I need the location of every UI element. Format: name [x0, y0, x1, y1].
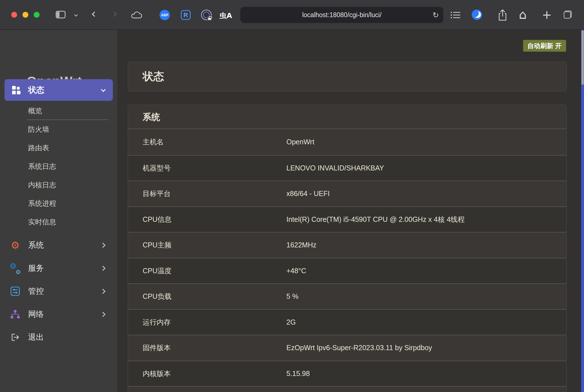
table-row: 内核版本 5.15.98 [128, 361, 566, 386]
section-title: 系统 [128, 105, 566, 129]
row-value: Intel(R) Core(TM) i5-4590T CPU @ 2.00GHz… [286, 215, 566, 224]
row-value: OpenWrt [286, 138, 566, 146]
row-label: 主机名 [128, 137, 286, 147]
submenu-item-firewall[interactable]: 防火墙 [27, 120, 108, 138]
privacy-extension-icon[interactable] [201, 10, 212, 20]
row-label: CPU负载 [128, 292, 286, 301]
gear-icon: ⚙ [10, 240, 21, 251]
row-label: 机器型号 [128, 163, 286, 173]
table-row: CPU主频 1622MHz [128, 232, 566, 258]
translate-extension-icon[interactable]: 虫A [220, 11, 232, 20]
row-label: CPU温度 [128, 266, 286, 275]
submenu-item-system-log[interactable]: 系统日志 [27, 157, 108, 176]
table-row: 目标平台 x86/64 - UEFI [128, 181, 566, 206]
r-badge: R [181, 10, 191, 20]
zoom-window-button[interactable] [34, 12, 40, 18]
row-label: 目标平台 [128, 189, 286, 198]
tab-overview-button[interactable] [564, 11, 572, 19]
row-label: CPU信息 [128, 215, 286, 224]
sidebar-groups: ⚙ 系统 ⚙⚙ 服务 [0, 234, 117, 349]
network-icon [10, 309, 21, 320]
table-row: CPU温度 +48°C [128, 258, 566, 284]
row-value: LENOVO INVALID/SHARKBAY [286, 164, 566, 172]
back-button[interactable] [93, 12, 96, 16]
system-table: 主机名 OpenWrt 机器型号 LENOVO INVALID/SHARKBAY… [128, 129, 566, 392]
row-label: 固件版本 [128, 343, 286, 352]
chevron-right-icon [100, 289, 105, 294]
system-card: 系统 主机名 OpenWrt 机器型号 LENOVO INVALID/SHARK… [128, 105, 567, 392]
minimize-window-button[interactable] [22, 12, 28, 18]
submenu-item-kernel-log[interactable]: 内核日志 [27, 176, 108, 194]
sliders-icon [10, 286, 21, 297]
browser-toolbar: ABP R 虫A localhost:18080/cgi-bin/luci/ ↻ [0, 0, 584, 30]
sidebar-item-control[interactable]: 管控 [0, 280, 117, 303]
table-row: 主机名 OpenWrt [128, 129, 566, 155]
share-button[interactable] [498, 9, 508, 21]
row-value: 1622MHz [286, 241, 566, 249]
logout-icon [10, 332, 21, 343]
sidebar-item-system[interactable]: ⚙ 系统 [0, 234, 117, 257]
r-extension-icon[interactable]: R [181, 10, 191, 20]
page-title-card: 状态 [128, 62, 567, 91]
row-value: 2G [286, 318, 566, 326]
icloud-tabs-icon[interactable] [131, 11, 143, 19]
dark-mode-extension-icon[interactable] [472, 10, 482, 20]
close-window-button[interactable] [11, 12, 17, 18]
table-row: 机器型号 LENOVO INVALID/SHARKBAY [128, 155, 566, 181]
adblock-extension-icon[interactable]: ABP [159, 10, 170, 20]
table-row: CPU信息 Intel(R) Core(TM) i5-4590T CPU @ 2… [128, 206, 566, 232]
padlock-icon [207, 16, 212, 20]
row-value: EzOpWrt Ipv6-Super-R2023.03.11 by Sirpdb… [286, 344, 566, 352]
home-button[interactable]: ⌂ [519, 7, 527, 22]
submenu-item-routes[interactable]: 路由表 [27, 138, 108, 157]
chevron-right-icon [100, 312, 105, 317]
sidebar-item-label: 状态 [28, 85, 44, 96]
submenu-item-processes[interactable]: 系统进程 [27, 194, 108, 213]
safari-window: ABP R 虫A localhost:18080/cgi-bin/luci/ ↻ [0, 0, 584, 392]
new-tab-button[interactable]: + [542, 8, 552, 22]
table-row-partial [128, 386, 566, 392]
main-content: 自动刷新 开 状态 系统 主机名 OpenWrt 机器型号 LENOVO INV… [117, 30, 584, 392]
moon-icon [472, 10, 482, 20]
row-label: CPU主频 [128, 240, 286, 250]
status-submenu: 概览 防火墙 路由表 系统日志 内核日志 系统进程 实时信息 [0, 101, 117, 231]
submenu-item-realtime[interactable]: 实时信息 [27, 213, 108, 231]
row-value: 5.15.98 [286, 370, 566, 378]
chevron-right-icon [100, 266, 105, 271]
adblock-badge: ABP [159, 10, 170, 20]
sidebar-item-services[interactable]: ⚙⚙ 服务 [0, 257, 117, 280]
sidebar-item-logout[interactable]: 退出 [0, 326, 117, 349]
chevron-down-icon [101, 87, 106, 92]
page-scrollbar-track [581, 30, 584, 392]
row-value: +48°C [286, 267, 566, 275]
lock-circle-icon [201, 10, 212, 20]
reader-list-icon[interactable] [450, 11, 460, 19]
tabs-icon [564, 11, 572, 19]
gears-icon: ⚙⚙ [10, 263, 21, 274]
sidebar-toggle-button[interactable] [56, 11, 66, 19]
forward-button[interactable] [112, 12, 116, 16]
sidebar: OpenWrt 状态 概览 防火墙 路由表 系统日志 内核日志 系统进程 实时信… [0, 30, 117, 392]
auto-refresh-toggle[interactable]: 自动刷新 开 [523, 40, 566, 52]
address-bar-url: localhost:18080/cgi-bin/luci/ [302, 11, 382, 19]
row-value: x86/64 - UEFI [286, 190, 566, 198]
reload-icon[interactable]: ↻ [432, 11, 439, 19]
table-row: 固件版本 EzOpWrt Ipv6-Super-R2023.03.11 by S… [128, 335, 566, 361]
table-row: 运行内存 2G [128, 309, 566, 335]
row-label: 运行内存 [128, 318, 286, 327]
address-bar[interactable]: localhost:18080/cgi-bin/luci/ ↻ [240, 7, 443, 23]
sidebar-item-status[interactable]: 状态 [4, 79, 113, 101]
submenu-item-overview[interactable]: 概览 [27, 101, 108, 120]
row-value: 5 % [286, 292, 566, 300]
chevron-right-icon [100, 243, 105, 248]
sidebar-item-network[interactable]: 网络 [0, 303, 117, 326]
row-label: 内核版本 [128, 369, 286, 378]
page-scrollbar-thumb[interactable] [581, 30, 584, 85]
sidebar-menu-chevron[interactable] [75, 13, 77, 16]
dashboard-grid-icon [12, 86, 20, 94]
page-title: 状态 [143, 69, 164, 84]
table-row: CPU负载 5 % [128, 283, 566, 309]
